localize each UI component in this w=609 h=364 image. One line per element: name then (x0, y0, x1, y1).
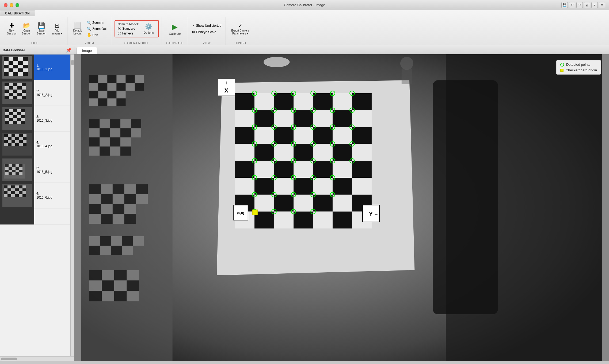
export-params-button[interactable]: ✓ Export CameraParameters ▾ (229, 22, 251, 36)
checkerboard-origin-legend: Checkerboard origin (560, 68, 597, 72)
svg-rect-216 (100, 246, 111, 255)
undo-action[interactable]: ↩ (569, 2, 575, 8)
svg-rect-208 (113, 214, 124, 224)
svg-rect-244 (333, 110, 352, 127)
svg-rect-124 (19, 172, 22, 175)
zoom-in-icon: 🔍 (87, 21, 91, 25)
svg-text:(0,0): (0,0) (237, 211, 244, 215)
image-area: ↑ X Y → (0,0) (74, 54, 609, 361)
detected-points-legend: Detected points (560, 63, 597, 67)
sidebar-hscroll[interactable] (0, 356, 74, 361)
svg-rect-45 (17, 93, 22, 96)
redo-action[interactable]: ↪ (576, 2, 583, 8)
svg-rect-2 (9, 57, 13, 61)
sidebar-item-5[interactable]: 5:1016_5.jpg (0, 157, 70, 183)
help-action[interactable]: ? (591, 2, 598, 8)
sidebar-item-label-3: 3:1016_3.jpg (36, 115, 52, 122)
sidebar-item-3[interactable]: 3:1016_3.jpg (0, 106, 70, 131)
fisheye-scale-button[interactable]: ⊞ Fisheye Scale (191, 30, 223, 34)
zoom-out-button[interactable]: 🔍 Zoom Out (85, 26, 108, 32)
sidebar-item-7[interactable] (0, 208, 70, 224)
svg-rect-258 (333, 144, 352, 161)
svg-rect-175 (100, 119, 110, 128)
svg-rect-79 (4, 134, 8, 137)
svg-rect-192 (89, 184, 101, 194)
svg-rect-96 (23, 140, 26, 143)
tab-image[interactable]: Image (77, 47, 97, 54)
show-undistorted-icon: ✓ (192, 24, 195, 28)
svg-rect-71 (17, 118, 21, 121)
sidebar-item-4[interactable]: 4:1016_4.jpg (0, 131, 70, 157)
svg-rect-205 (124, 204, 136, 214)
svg-rect-33 (9, 86, 13, 90)
save-action[interactable]: 💾 (561, 2, 568, 8)
pan-label: Pan (92, 33, 98, 37)
calibrate-icon: ▶ (172, 22, 178, 31)
toolbar: ✚ NewSession 📂 OpenSession 💾 SaveSession… (0, 16, 609, 46)
calibration-tab[interactable]: CALIBRATION (0, 10, 35, 16)
maximize-button[interactable] (16, 3, 19, 7)
pan-icon: ✋ (87, 33, 91, 37)
zoom-in-button[interactable]: 🔍 Zoom In (85, 20, 108, 25)
sidebar-scrollbar[interactable] (70, 55, 74, 356)
standard-radio[interactable]: Standard (118, 27, 139, 30)
svg-rect-61 (17, 112, 21, 115)
svg-rect-248 (274, 127, 294, 144)
save-session-button[interactable]: 💾 SaveSession (35, 22, 48, 36)
svg-rect-174 (89, 119, 100, 128)
svg-rect-66 (17, 115, 21, 118)
svg-rect-188 (89, 146, 100, 156)
svg-rect-215 (89, 246, 100, 255)
checkerboard-preview-5 (2, 158, 32, 181)
svg-point-341 (264, 57, 290, 67)
svg-rect-251 (333, 127, 352, 144)
open-session-button[interactable]: 📂 OpenSession (20, 22, 34, 36)
expand-action[interactable]: ▼ (599, 2, 605, 8)
svg-rect-18 (13, 68, 18, 72)
show-undistorted-button[interactable]: ✓ Show Undistorted (191, 23, 223, 28)
sidebar-item-6[interactable]: 6:1016_6.jpg (0, 183, 70, 208)
window-controls[interactable] (4, 3, 19, 7)
svg-rect-219 (89, 270, 102, 280)
svg-rect-213 (122, 236, 133, 246)
svg-rect-32 (5, 86, 9, 90)
svg-rect-183 (131, 128, 141, 137)
hscroll-thumb[interactable] (1, 358, 17, 360)
options-button[interactable]: ⚙️ Options (142, 22, 156, 35)
svg-rect-178 (131, 119, 141, 128)
svg-rect-263 (294, 161, 313, 178)
sidebar-item-2[interactable]: 2:1016_2.jpg (0, 80, 70, 106)
sidebar-pin-icon[interactable]: 📌 (66, 48, 71, 53)
svg-rect-241 (274, 110, 294, 127)
new-session-button[interactable]: ✚ NewSession (5, 22, 19, 36)
svg-rect-65 (13, 115, 17, 118)
default-layout-button[interactable]: ⬜ DefaultLayout (71, 22, 84, 36)
svg-rect-106 (9, 164, 12, 167)
svg-rect-233 (254, 93, 274, 110)
titlebar-actions[interactable]: 💾 ↩ ↪ 🖨 ? ▼ (561, 2, 605, 8)
sidebar-item-1[interactable]: 1:1016_1.jpg (0, 55, 70, 80)
svg-rect-127 (7, 185, 11, 188)
svg-rect-182 (120, 128, 131, 137)
svg-rect-121 (9, 172, 12, 175)
minimize-button[interactable] (10, 3, 13, 7)
svg-rect-97 (4, 143, 8, 146)
svg-rect-117 (12, 170, 16, 172)
svg-rect-130 (19, 185, 22, 188)
svg-rect-67 (21, 115, 25, 118)
fisheye-radio[interactable]: Fisheye (118, 32, 139, 35)
svg-rect-243 (313, 110, 333, 127)
svg-rect-49 (13, 96, 17, 99)
open-session-icon: 📂 (23, 23, 30, 29)
scrollbar-thumb[interactable] (71, 60, 74, 65)
svg-rect-145 (7, 194, 11, 197)
calibrate-tools: ▶ Calibrate (165, 17, 184, 40)
svg-rect-64 (9, 115, 13, 118)
calibrate-button[interactable]: ▶ Calibrate (165, 21, 184, 37)
pan-button[interactable]: ✋ Pan (85, 32, 108, 38)
checkerboard-preview-4 (2, 133, 32, 156)
svg-rect-134 (11, 188, 15, 191)
print-action[interactable]: 🖨 (584, 2, 590, 8)
close-button[interactable] (4, 3, 7, 7)
add-images-button[interactable]: ⊞ AddImages ▾ (50, 22, 65, 36)
